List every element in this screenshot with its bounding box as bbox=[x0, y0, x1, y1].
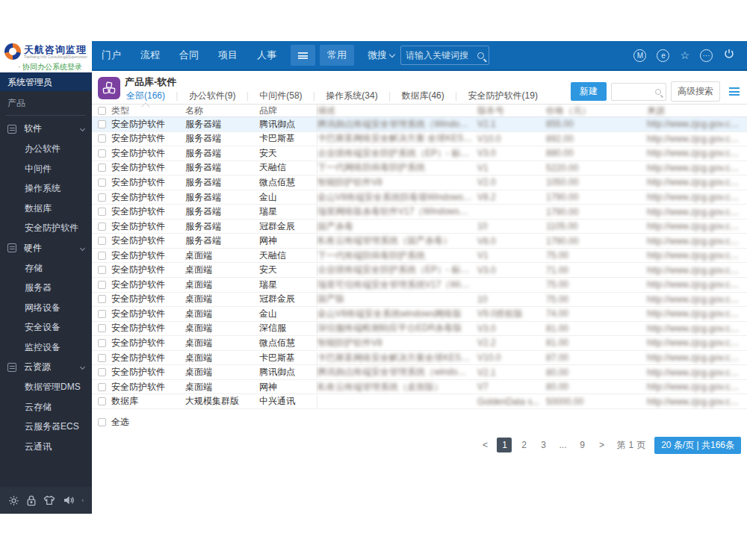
list-view-icon[interactable] bbox=[729, 87, 740, 96]
table-row[interactable]: 安全防护软件桌面端网神私有云终端管理系统（桌面版）V780.00http://w… bbox=[92, 380, 747, 395]
create-button[interactable]: 新建 bbox=[571, 82, 607, 101]
collab-login-link[interactable]: · 协同办公系统登录 bbox=[18, 62, 92, 72]
row-checkbox[interactable] bbox=[98, 281, 106, 289]
theme-shirt-icon[interactable] bbox=[43, 495, 55, 505]
star-icon[interactable]: ☆ bbox=[680, 49, 689, 61]
table-row[interactable]: 数据库大规模集群版中兴通讯GoldenData s...50000.00http… bbox=[92, 394, 747, 409]
search-scope-dropdown[interactable]: 微搜 bbox=[368, 49, 394, 62]
nav-item-2[interactable]: 流程 bbox=[131, 41, 170, 69]
table-row[interactable]: 安全防护软件桌面端微点佰慧智能防护软件V8V2.281.00http://www… bbox=[92, 336, 747, 351]
tab-2[interactable]: 办公软件(9) bbox=[187, 88, 238, 103]
table-row[interactable]: 安全防护软件桌面端腾讯御点腾讯御点终端安全管理系统（windows版）V2.1版… bbox=[92, 365, 747, 380]
sidebar-item-安全防护软件[interactable]: 安全防护软件 bbox=[0, 218, 92, 238]
nav-item-3[interactable]: 合同 bbox=[170, 41, 208, 69]
prev-page-button[interactable]: < bbox=[477, 438, 492, 452]
row-checkbox[interactable] bbox=[98, 266, 106, 274]
sidebar-item-网络设备[interactable]: 网络设备 bbox=[0, 298, 92, 318]
sidebar-item-操作系统[interactable]: 操作系统 bbox=[0, 178, 92, 199]
sidebar-item-云存储[interactable]: 云存储 bbox=[0, 397, 92, 417]
sidebar-group-1[interactable]: 软件 bbox=[0, 119, 92, 139]
more-circle-icon[interactable]: ··· bbox=[700, 49, 713, 62]
row-checkbox[interactable] bbox=[98, 134, 106, 143]
sidebar-item-云通讯[interactable]: 云通讯 bbox=[0, 437, 92, 457]
row-checkbox[interactable] bbox=[98, 193, 106, 202]
row-checkbox[interactable] bbox=[98, 223, 106, 231]
page-button-1[interactable]: 1 bbox=[497, 438, 512, 452]
row-checkbox[interactable] bbox=[98, 208, 106, 216]
table-row[interactable]: 安全防护软件服务器端微点佰慧智能防护软件V8V2.01050.00http://… bbox=[92, 175, 747, 190]
sidebar-group-2[interactable]: 硬件 bbox=[0, 238, 92, 258]
table-search-input[interactable] bbox=[612, 87, 655, 97]
row-checkbox[interactable] bbox=[98, 397, 106, 405]
table-row[interactable]: 安全防护软件服务器端安天企业级终端安全防护系统（EP）- 标准版五年服务V3.0… bbox=[92, 146, 747, 161]
sidebar-item-服务器[interactable]: 服务器 bbox=[0, 278, 92, 298]
table-row[interactable]: 安全防护软件服务器端金山金山V8终端安全系统防毒墙Windows网络版V8.21… bbox=[92, 190, 747, 205]
row-checkbox[interactable] bbox=[98, 164, 106, 172]
table-row[interactable]: 安全防护软件桌面端安天企业级终端安全防护系统（EP）- 标准版五年V3.071.… bbox=[92, 263, 747, 278]
nav-item-4[interactable]: 项目 bbox=[208, 41, 247, 69]
select-all-header-checkbox[interactable] bbox=[98, 107, 106, 115]
col-header-brand[interactable]: 品牌 bbox=[259, 105, 317, 117]
sidebar-item-中间件[interactable]: 中间件 bbox=[0, 159, 92, 179]
row-checkbox[interactable] bbox=[98, 324, 106, 332]
row-checkbox[interactable] bbox=[98, 295, 106, 303]
tab-4[interactable]: 操作系统(34) bbox=[324, 88, 379, 103]
nav-item-1[interactable]: 门户 bbox=[92, 41, 131, 69]
gear-icon[interactable] bbox=[8, 495, 19, 506]
lock-icon[interactable] bbox=[26, 495, 37, 506]
sidebar-item-存储[interactable]: 存储 bbox=[0, 258, 92, 279]
table-row[interactable]: 安全防护软件桌面端天融信下一代终端防病毒防护系统V175.00http://ww… bbox=[92, 249, 747, 264]
row-checkbox[interactable] bbox=[98, 383, 106, 391]
page-button-3[interactable]: 3 bbox=[536, 438, 551, 452]
col-header-desc[interactable]: 描述 bbox=[317, 105, 477, 117]
row-checkbox[interactable] bbox=[98, 368, 106, 376]
sidebar-item-办公软件[interactable]: 办公软件 bbox=[0, 139, 92, 159]
speaker-icon[interactable] bbox=[63, 495, 75, 505]
table-row[interactable]: 安全防护软件服务器端腾讯御点腾讯御点终端安全管理系统（Windows版）V2.1… bbox=[92, 117, 747, 132]
select-all-checkbox[interactable] bbox=[98, 418, 106, 426]
row-checkbox[interactable] bbox=[98, 237, 106, 245]
global-search-input[interactable] bbox=[406, 50, 477, 60]
table-row[interactable]: 安全防护软件桌面端瑞星瑞星可信终端安全管理系统V17（Windows桌面版）75… bbox=[92, 278, 747, 293]
table-row[interactable]: 安全防护软件桌面端金山金山V8终端安全系统windows网络版V9.0授权版74… bbox=[92, 307, 747, 322]
sidebar-item-数据管理DMS[interactable]: 数据管理DMS bbox=[0, 377, 92, 397]
table-row[interactable]: 安全防护软件桌面端冠群金辰国产版1075.00http://www.zjcg.g… bbox=[92, 293, 747, 308]
row-checkbox[interactable] bbox=[98, 354, 106, 362]
table-row[interactable]: 安全防护软件服务器端瑞星瑞星网络版杀毒软件V17（Windows版）三年升级17… bbox=[92, 205, 747, 220]
row-checkbox[interactable] bbox=[98, 339, 106, 347]
table-row[interactable]: 安全防护软件服务器端天融信下一代网络防病毒防护系统V15220.00http:/… bbox=[92, 161, 747, 176]
collapse-chevron-icon[interactable]: ‹ bbox=[81, 497, 84, 504]
power-icon[interactable] bbox=[723, 48, 735, 63]
col-header-name[interactable]: 名称 bbox=[185, 105, 259, 117]
table-row[interactable]: 安全防护软件服务器端冠群金辰国产杀毒101105.00http://www.zj… bbox=[92, 220, 747, 234]
nav-item-5[interactable]: 人事 bbox=[247, 41, 286, 69]
frequent-menu-button[interactable]: 常用 bbox=[320, 45, 354, 66]
table-search-icon[interactable] bbox=[655, 89, 661, 95]
jump-page-number[interactable]: 1 bbox=[628, 440, 633, 450]
page-button-9[interactable]: 9 bbox=[574, 438, 589, 452]
table-row[interactable]: 安全防护软件服务器端卡巴斯基卡巴斯基网络安全解决方案 全球KES授权 针对标准K… bbox=[92, 132, 747, 147]
sidebar-item-监控设备[interactable]: 监控设备 bbox=[0, 337, 92, 358]
col-header-price[interactable]: 价格（元） bbox=[546, 105, 647, 117]
page-size-badge[interactable]: 20 条/页 | 共166条 bbox=[654, 437, 741, 454]
row-checkbox[interactable] bbox=[98, 252, 106, 260]
sidebar-item-安全设备[interactable]: 安全设备 bbox=[0, 317, 92, 337]
tab-5[interactable]: 数据库(46) bbox=[400, 88, 445, 103]
m-badge-icon[interactable]: M bbox=[633, 49, 646, 62]
table-row[interactable]: 安全防护软件桌面端卡巴斯基卡巴斯基网络安全解决方案全球KES授权（标准版）- K… bbox=[92, 351, 747, 366]
sidebar-section-product[interactable]: 产品 bbox=[0, 91, 92, 115]
col-header-source[interactable]: 来源 bbox=[647, 105, 747, 117]
menu-grid-button[interactable] bbox=[291, 45, 315, 66]
tab-1[interactable]: 全部(166) bbox=[125, 88, 167, 103]
row-checkbox[interactable] bbox=[98, 178, 106, 187]
message-icon[interactable]: e bbox=[657, 49, 669, 62]
search-icon[interactable] bbox=[477, 52, 484, 59]
table-row[interactable]: 安全防护软件服务器端网神私有云终端管理系统（国产杀毒）V8.01790.00ht… bbox=[92, 234, 747, 249]
next-page-button[interactable]: > bbox=[594, 438, 609, 452]
sidebar-item-云服务器ECS[interactable]: 云服务器ECS bbox=[0, 417, 92, 437]
table-row[interactable]: 安全防护软件桌面端深信服深信服终端检测响应平台EDR杀毒版V3.081.00ht… bbox=[92, 322, 747, 337]
tab-6[interactable]: 安全防护软件(19) bbox=[467, 88, 539, 103]
row-checkbox[interactable] bbox=[98, 149, 106, 158]
sidebar-group-3[interactable]: 云资源 bbox=[0, 357, 92, 377]
sidebar-item-数据库[interactable]: 数据库 bbox=[0, 199, 92, 219]
